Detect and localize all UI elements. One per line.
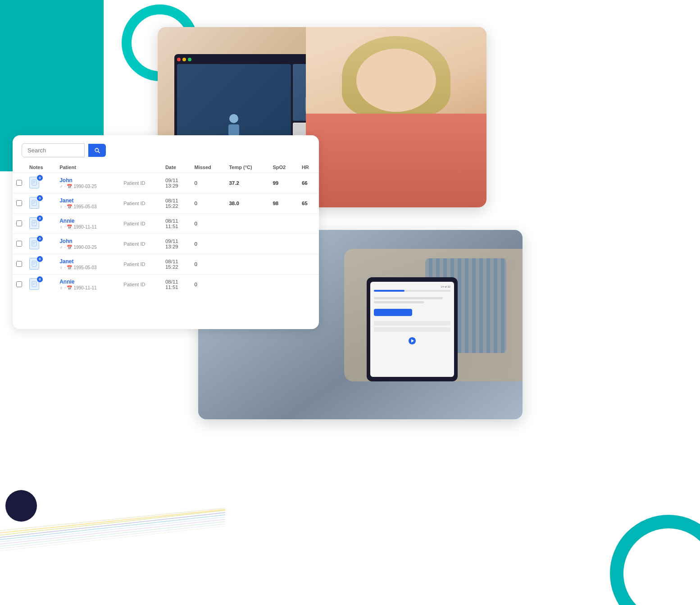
patient-id: Patient ID <box>120 254 162 275</box>
table-row: 0John♂ · 📅 1990-03-25Patient ID09/1113:2… <box>13 234 319 254</box>
svg-rect-1 <box>228 124 239 136</box>
phone-input-field[interactable] <box>374 321 450 325</box>
table-row: 0Annie♀ · 📅 1990-11-11Patient ID08/1111:… <box>13 214 319 234</box>
missed-count: 0 <box>191 275 226 295</box>
phone-screen: 14 of 32 <box>370 282 454 377</box>
temperature: 38.0 <box>225 193 269 214</box>
note-icon[interactable]: 0 <box>29 238 42 250</box>
dob-icon: 📅 <box>67 285 72 290</box>
missed-count: 0 <box>191 254 226 275</box>
temperature <box>225 234 269 254</box>
note-icon[interactable]: 0 <box>29 177 42 189</box>
patient-name: Janet <box>59 197 116 204</box>
note-badge: 0 <box>37 276 43 282</box>
patient-meta: ♂ · 📅 1990-03-25 <box>59 245 116 250</box>
row-checkbox[interactable] <box>16 180 22 186</box>
patient-id: Patient ID <box>120 214 162 234</box>
spo2 <box>269 234 298 254</box>
table-row: 0Janet♀ · 📅 1995-05-03Patient ID08/1115:… <box>13 254 319 275</box>
search-icon <box>94 147 100 154</box>
patient-table-panel: Notes Patient Date Missed Temp (°C) SpO2… <box>13 135 319 329</box>
temperature: 37.2 <box>225 173 269 193</box>
phone-progress-fill <box>374 290 405 292</box>
gender-icon: ♀ <box>59 265 63 270</box>
row-checkbox[interactable] <box>16 200 22 206</box>
window-close-dot <box>177 58 181 61</box>
temperature <box>225 254 269 275</box>
search-input[interactable] <box>22 143 85 157</box>
patient-table: Notes Patient Date Missed Temp (°C) SpO2… <box>13 162 319 294</box>
note-icon[interactable]: 0 <box>29 258 42 270</box>
patient-name: Annie <box>59 218 116 224</box>
col-patient: Patient <box>56 162 120 173</box>
dob-icon: 📅 <box>67 204 72 209</box>
col-patient-id <box>120 162 162 173</box>
row-checkbox[interactable] <box>16 281 22 287</box>
patient-name: John <box>59 238 116 244</box>
spo2 <box>269 275 298 295</box>
appointment-date: 08/1111:51 <box>162 275 191 295</box>
patient-meta: ♀ · 📅 1995-05-03 <box>59 204 116 209</box>
temperature <box>225 214 269 234</box>
col-temp: Temp (°C) <box>225 162 269 173</box>
col-spo2: SpO2 <box>269 162 298 173</box>
appointment-date: 08/1115:22 <box>162 193 191 214</box>
heart-rate: 65 <box>298 193 319 214</box>
phone-progress-bar <box>374 290 450 292</box>
gender-icon: ♂ <box>59 184 63 189</box>
appointment-date: 08/1111:51 <box>162 214 191 234</box>
note-icon[interactable]: 0 <box>29 278 42 291</box>
search-button[interactable] <box>88 144 106 157</box>
gender-icon: ♀ <box>59 225 63 229</box>
row-checkbox[interactable] <box>16 220 22 226</box>
spo2: 98 <box>269 193 298 214</box>
patient-id: Patient ID <box>120 173 162 193</box>
phone-input-field-2[interactable] <box>374 327 450 332</box>
note-badge: 0 <box>37 256 43 262</box>
dob-icon: 📅 <box>67 245 72 250</box>
heart-rate: 66 <box>298 173 319 193</box>
row-checkbox[interactable] <box>16 261 22 267</box>
note-badge: 0 <box>37 215 43 221</box>
appointment-date: 08/1115:22 <box>162 254 191 275</box>
heart-rate <box>298 254 319 275</box>
row-checkbox[interactable] <box>16 241 22 247</box>
phone-question-line-1 <box>374 297 443 299</box>
gender-icon: ♀ <box>59 204 63 209</box>
note-icon[interactable]: 0 <box>29 197 42 210</box>
search-bar-container <box>13 135 319 162</box>
col-date: Date <box>162 162 191 173</box>
patient-id: Patient ID <box>120 193 162 214</box>
table-row: 0Annie♀ · 📅 1990-11-11Patient ID08/1111:… <box>13 275 319 295</box>
mobile-device: 14 of 32 <box>367 277 458 381</box>
missed-count: 0 <box>191 173 226 193</box>
phone-next-button[interactable] <box>409 337 416 344</box>
patient-meta: ♀ · 📅 1990-11-11 <box>59 285 116 290</box>
patient-id: Patient ID <box>120 234 162 254</box>
note-icon[interactable]: 0 <box>29 217 42 230</box>
missed-count: 0 <box>191 193 226 214</box>
dark-circle-decoration <box>5 490 37 522</box>
col-hr: HR <box>298 162 319 173</box>
woman-image <box>306 27 487 207</box>
gender-icon: ♀ <box>59 285 63 290</box>
heart-rate <box>298 214 319 234</box>
teal-arc-decoration-br <box>610 515 700 605</box>
patient-id: Patient ID <box>120 275 162 295</box>
spo2: 99 <box>269 173 298 193</box>
col-missed: Missed <box>191 162 226 173</box>
patient-meta: ♂ · 📅 1990-03-25 <box>59 184 116 189</box>
patient-meta: ♀ · 📅 1990-11-11 <box>59 225 116 229</box>
dob-icon: 📅 <box>67 184 72 189</box>
patient-name: Janet <box>59 258 116 265</box>
missed-count: 0 <box>191 214 226 234</box>
spo2 <box>269 214 298 234</box>
dob-icon: 📅 <box>67 225 72 229</box>
missed-count: 0 <box>191 234 226 254</box>
patient-meta: ♀ · 📅 1995-05-03 <box>59 265 116 270</box>
svg-rect-8 <box>32 180 36 185</box>
svg-rect-17 <box>32 241 36 246</box>
phone-answer-button[interactable] <box>374 309 412 316</box>
svg-rect-14 <box>32 220 36 226</box>
note-badge: 0 <box>37 236 43 242</box>
